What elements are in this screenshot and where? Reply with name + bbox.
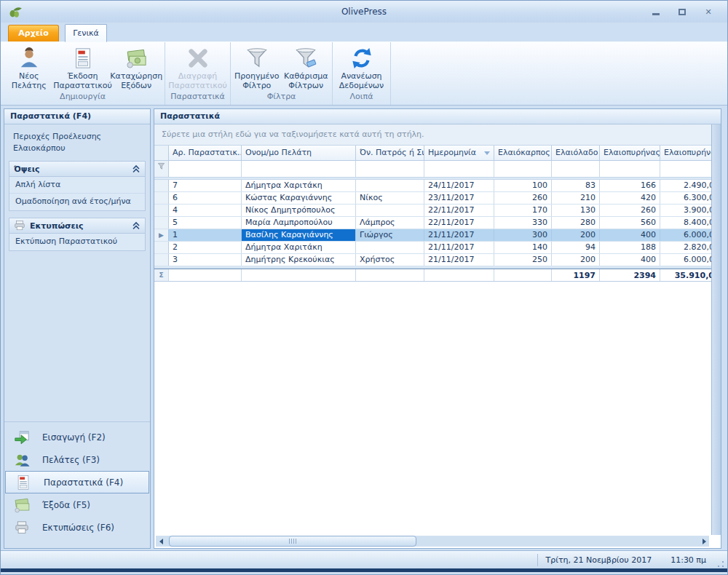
table-cell[interactable]: 94 — [552, 242, 600, 253]
table-row[interactable]: 4Νίκος Δημητρόπουλος22/11/20171701302603… — [154, 205, 711, 217]
table-cell[interactable]: 100 — [494, 180, 552, 191]
table-cell[interactable]: Μαρία Λαμπροπούλου — [242, 217, 356, 229]
table-cell[interactable]: 6 — [169, 192, 242, 204]
row-indicator[interactable] — [154, 180, 169, 191]
collapse-chevron-icon[interactable] — [132, 221, 141, 230]
tab-file[interactable]: Αρχείο — [8, 25, 59, 41]
table-cell[interactable]: 8.400,0 — [660, 217, 711, 229]
collapse-chevron-icon[interactable] — [132, 164, 141, 173]
table-cell[interactable]: 560 — [600, 217, 660, 229]
table-cell[interactable]: 6.000,0 — [660, 229, 711, 241]
restore-button[interactable] — [676, 7, 688, 17]
table-cell[interactable]: 200 — [552, 229, 600, 241]
table-cell[interactable]: Νίκος Δημητρόπουλος — [242, 205, 356, 216]
table-cell[interactable]: 6.000,0 — [660, 254, 711, 266]
table-cell[interactable]: 400 — [600, 254, 660, 266]
table-cell[interactable]: 2.490,0 — [660, 180, 711, 191]
table-cell[interactable]: 330 — [494, 217, 552, 229]
sidebar-item-origin-areas[interactable]: Περιοχές Προέλευσης Ελαιοκάρπου — [13, 131, 141, 154]
vertical-scrollbar[interactable] — [711, 124, 721, 535]
advanced-filter-button[interactable]: Προηγμένο Φίλτρο — [232, 43, 282, 90]
table-cell[interactable]: 5 — [169, 217, 242, 229]
column-header[interactable]: Αρ. Παραστατικ... — [169, 146, 242, 160]
table-cell[interactable]: 22/11/2017 — [424, 205, 494, 216]
horizontal-scrollbar[interactable] — [156, 536, 709, 547]
table-cell[interactable]: 260 — [600, 205, 660, 216]
table-cell[interactable]: 21/11/2017 — [424, 242, 494, 253]
nav-item-expenses[interactable]: Έξοδα (F5) — [4, 493, 150, 516]
table-cell[interactable]: 2 — [169, 242, 242, 253]
table-cell[interactable]: Χρήστος — [356, 254, 424, 266]
column-header[interactable]: Ελαιόκαρπος — [494, 146, 552, 160]
filter-cell[interactable] — [660, 161, 711, 177]
table-cell[interactable]: Νίκος — [356, 192, 424, 204]
row-indicator[interactable] — [154, 242, 169, 253]
scroll-left-button[interactable] — [156, 536, 166, 547]
row-indicator[interactable] — [154, 205, 169, 216]
table-cell[interactable]: 280 — [552, 217, 600, 229]
table-row[interactable]: 6Κώστας ΚαραγιάννηςΝίκος23/11/2017260210… — [154, 192, 711, 205]
group-by-box[interactable]: Σύρετε μια στήλη εδώ για να ταξινομήσετε… — [154, 124, 721, 146]
table-cell[interactable]: Γιώργος — [356, 229, 424, 241]
table-cell[interactable]: 130 — [552, 205, 600, 216]
table-cell[interactable]: 83 — [552, 180, 600, 191]
clear-filters-button[interactable]: Καθάρισμα Φίλτρων — [282, 43, 331, 90]
filter-cell[interactable] — [552, 161, 600, 177]
table-cell[interactable] — [356, 180, 424, 191]
scrollbar-track[interactable] — [166, 536, 699, 547]
column-header[interactable]: Ελαιοπυρήνας — [660, 146, 711, 160]
row-indicator[interactable] — [154, 254, 169, 266]
table-cell[interactable]: Βασίλης Καραγιάννης — [242, 229, 356, 241]
sidebar-item-simple-list[interactable]: Απλή λίστα — [9, 177, 145, 194]
table-row[interactable]: 7Δήμητρα Χαριτάκη24/11/2017100831662.490… — [154, 180, 711, 192]
scroll-right-button[interactable] — [699, 536, 709, 547]
table-cell[interactable]: 24/11/2017 — [424, 180, 494, 191]
filter-cell[interactable] — [494, 161, 552, 177]
table-cell[interactable]: Κώστας Καραγιάννης — [242, 192, 356, 204]
filter-cell[interactable] — [600, 161, 660, 177]
table-cell[interactable]: 210 — [552, 192, 600, 204]
close-button[interactable]: ✕ — [703, 7, 714, 17]
table-cell[interactable]: 1 — [169, 229, 242, 241]
register-expenses-button[interactable]: Καταχώρηση Εξόδων — [110, 43, 164, 90]
table-cell[interactable]: Δήμητρα Χαριτάκη — [242, 180, 356, 191]
table-row[interactable]: 2Δήμητρα Χαριτάκη21/11/2017140941882.820… — [154, 242, 711, 254]
table-row[interactable]: ▶1Βασίλης ΚαραγιάννηςΓιώργος21/11/201730… — [154, 229, 711, 242]
filter-cell[interactable] — [424, 161, 494, 177]
table-cell[interactable] — [356, 242, 424, 253]
tab-general[interactable]: Γενικά — [65, 24, 107, 42]
column-header[interactable]: Ελαιόλαδο — [552, 146, 600, 160]
delete-document-button[interactable]: Διαγραφή Παραστατικού — [171, 43, 225, 90]
table-cell[interactable]: 7 — [169, 180, 242, 191]
row-indicator[interactable] — [154, 217, 169, 229]
issue-document-button[interactable]: Έκδοση Παραστατικού — [56, 43, 110, 90]
table-cell[interactable]: 188 — [600, 242, 660, 253]
prints-group-header[interactable]: Εκτυπώσεις — [9, 218, 145, 234]
filter-cell[interactable] — [356, 161, 424, 177]
nav-item-clients[interactable]: Πελάτες (F3) — [4, 448, 150, 471]
column-header[interactable]: Ονομ/μο Πελάτη — [242, 146, 356, 160]
table-cell[interactable]: 23/11/2017 — [424, 192, 494, 204]
table-cell[interactable]: 400 — [600, 229, 660, 241]
filter-cell[interactable] — [169, 161, 242, 177]
sidebar-item-print-document[interactable]: Εκτύπωση Παραστατικού — [9, 234, 145, 250]
scrollbar-thumb[interactable] — [169, 536, 416, 547]
table-cell[interactable]: Δήμητρα Χαριτάκη — [242, 242, 356, 253]
views-group-header[interactable]: Όψεις — [9, 162, 145, 177]
minimize-button[interactable] — [650, 7, 662, 17]
table-cell[interactable]: 300 — [494, 229, 552, 241]
table-row[interactable]: 3Δημήτρης ΚρεκούκιαςΧρήστος21/11/2017250… — [154, 254, 711, 266]
table-cell[interactable]: 170 — [494, 205, 552, 216]
table-cell[interactable]: 21/11/2017 — [424, 254, 494, 266]
table-cell[interactable] — [356, 205, 424, 216]
table-cell[interactable]: 3 — [169, 254, 242, 266]
table-row[interactable]: 5Μαρία ΛαμπροπούλουΛάμπρος22/11/20173302… — [154, 217, 711, 229]
column-header[interactable]: Όν. Πατρός ή Συ... — [356, 146, 424, 160]
table-cell[interactable]: 22/11/2017 — [424, 217, 494, 229]
nav-item-prints[interactable]: Εκτυπώσεις (F6) — [4, 516, 150, 539]
row-indicator[interactable]: ▶ — [154, 229, 169, 241]
table-cell[interactable]: 2.820,0 — [660, 242, 711, 253]
table-cell[interactable]: 4 — [169, 205, 242, 216]
sidebar-item-group-by-year[interactable]: Ομαδοποίηση ανά έτος/μήνα — [9, 194, 145, 210]
new-client-button[interactable]: Νέος Πελάτης — [2, 43, 56, 90]
